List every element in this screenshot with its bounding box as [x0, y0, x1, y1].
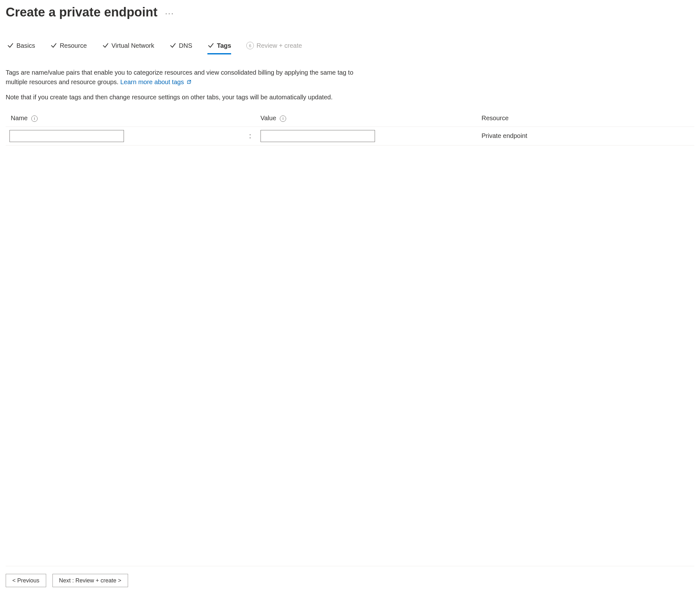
tab-dns[interactable]: DNS: [170, 42, 192, 54]
previous-button[interactable]: < Previous: [6, 574, 46, 587]
tab-virtual-network[interactable]: Virtual Network: [102, 42, 154, 54]
tab-resource[interactable]: Resource: [50, 42, 87, 54]
wizard-tabs: Basics Resource Virtual Network DNS Tags: [6, 42, 694, 54]
info-icon[interactable]: i: [31, 116, 37, 122]
check-icon: [207, 42, 214, 49]
page-title: Create a private endpoint: [6, 5, 157, 19]
column-header-resource: Resource: [474, 115, 694, 127]
tag-value-input[interactable]: [261, 130, 375, 142]
tags-table: Name i Value i Resource :: [6, 115, 694, 146]
tab-label: Tags: [217, 42, 231, 49]
step-number-icon: 6: [246, 42, 254, 49]
tab-label: Review + create: [256, 42, 302, 49]
tab-basics[interactable]: Basics: [7, 42, 35, 54]
column-header-value: Value i: [261, 115, 474, 127]
external-link-icon: [187, 80, 191, 84]
tab-label: Basics: [17, 42, 35, 49]
wizard-footer: < Previous Next : Review + create >: [6, 566, 694, 596]
more-icon[interactable]: ···: [165, 7, 174, 17]
check-icon: [102, 42, 109, 49]
tags-note: Note that if you create tags and then ch…: [6, 92, 372, 102]
tags-description: Tags are name/value pairs that enable yo…: [6, 68, 372, 87]
check-icon: [170, 42, 176, 49]
tab-tags[interactable]: Tags: [207, 42, 231, 54]
table-row: : Private endpoint: [6, 127, 694, 145]
tag-name-input[interactable]: [9, 130, 124, 142]
check-icon: [7, 42, 14, 49]
separator: :: [240, 127, 261, 145]
check-icon: [50, 42, 57, 49]
info-icon[interactable]: i: [280, 116, 286, 122]
tab-label: Resource: [60, 42, 87, 49]
column-header-name: Name i: [6, 115, 240, 127]
learn-more-link[interactable]: Learn more about tags: [120, 78, 191, 85]
next-button[interactable]: Next : Review + create >: [52, 574, 128, 587]
tag-resource: Private endpoint: [474, 132, 694, 140]
tab-review-create: 6 Review + create: [246, 42, 302, 54]
tab-label: DNS: [179, 42, 192, 49]
tab-label: Virtual Network: [112, 42, 154, 49]
